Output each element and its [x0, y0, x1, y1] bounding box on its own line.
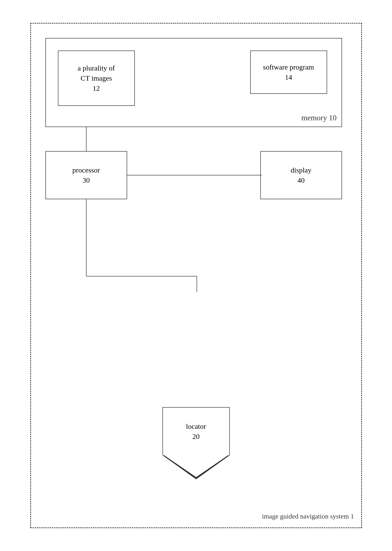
locator-arrow-icon: [162, 455, 230, 479]
ct-images-box: a plurality of CT images 12: [58, 51, 135, 106]
software-label: software program 14: [263, 62, 314, 82]
locator-shape: locator 20: [162, 407, 230, 479]
processor-label: processor 30: [72, 165, 100, 185]
memory-box: a plurality of CT images 12 software pro…: [45, 38, 342, 127]
processor-box: processor 30: [45, 151, 127, 199]
ct-images-number: 12: [92, 84, 100, 92]
locator-line1: locator: [186, 422, 206, 430]
processor-number: 30: [83, 176, 90, 184]
ct-images-line1: a plurality of: [78, 64, 115, 72]
software-box: software program 14: [250, 51, 327, 94]
diagram-container: a plurality of CT images 12 software pro…: [30, 23, 362, 528]
locator-number: 20: [192, 432, 199, 440]
software-line1: software program: [263, 63, 314, 71]
locator-label: locator 20: [186, 421, 206, 442]
display-line1: display: [291, 166, 311, 174]
memory-label: memory 10: [301, 113, 337, 122]
locator-rect: locator 20: [162, 407, 230, 455]
display-label: display 40: [291, 165, 311, 185]
software-number: 14: [285, 73, 292, 81]
ct-images-label: a plurality of CT images 12: [78, 63, 115, 93]
page: a plurality of CT images 12 software pro…: [0, 0, 392, 551]
system-label: image guided navigation system 1: [262, 513, 354, 520]
processor-line1: processor: [72, 166, 100, 174]
display-box: display 40: [260, 151, 342, 199]
ct-images-line2: CT images: [81, 74, 112, 82]
display-number: 40: [297, 176, 305, 184]
